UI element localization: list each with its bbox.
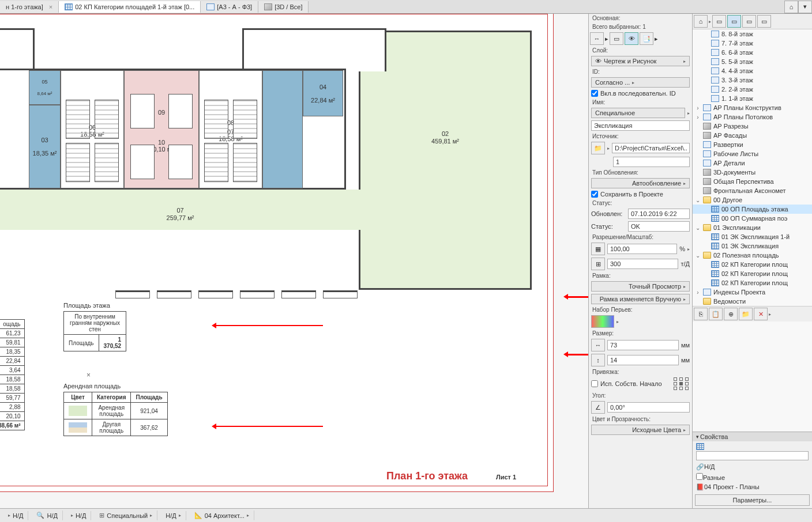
tree-item[interactable]: Рабочие Листы — [693, 149, 812, 158]
side-area-table: ощадь 61,23 59,81 18,35 22,84 3,64 18,58… — [0, 319, 25, 430]
frame-type-select[interactable]: Точный Просмотр▸ — [591, 281, 690, 292]
tab-floor1[interactable]: н 1-го этажа] — [0, 1, 59, 13]
tab-categories[interactable]: 02 КП Категории площадей 1-й этаж [0... — [59, 1, 201, 13]
tool-layers-icon[interactable]: 📑 — [640, 32, 653, 45]
tree-item[interactable]: АР Детали — [693, 158, 812, 168]
link-icon: 🔗 — [696, 463, 704, 470]
arrow-to-nav — [565, 354, 588, 355]
tree-item[interactable]: Фронтальная Аксономет — [693, 186, 812, 195]
sb-scale[interactable]: ▸Н/Д — [3, 511, 28, 520]
scale-icon[interactable]: ⊞ — [591, 258, 605, 270]
rent-area-table: ЦветКатегорияПлощадь Арендная площадь921… — [63, 392, 168, 436]
source-path-input[interactable] — [612, 143, 690, 153]
tree-schedule[interactable]: 02 КП Категории площ — [693, 278, 812, 288]
source-num-input[interactable] — [613, 157, 690, 167]
nav-project-icon[interactable]: ⌂ — [694, 15, 708, 28]
tree-floor[interactable]: 2. 2-й этаж — [693, 85, 812, 94]
tree-group[interactable]: ›АР Планы Потолков — [693, 112, 812, 122]
nav-delete-icon[interactable]: ✕ — [754, 308, 768, 320]
sb-arch[interactable]: 📐 04 Архитект...▸ — [190, 510, 254, 520]
nav-paste-icon[interactable]: 📋 — [709, 308, 723, 320]
res-icon[interactable]: ▦ — [591, 243, 605, 255]
tree-floor[interactable]: 5. 5-й этаж — [693, 57, 812, 66]
nav-newfolder-icon[interactable]: 📁 — [739, 308, 753, 320]
tree-schedule[interactable]: 01 ЭК Экспликация — [693, 241, 812, 251]
penset-button[interactable] — [591, 315, 614, 328]
frame-manual-select[interactable]: Рамка изменяется Вручную▸ — [591, 294, 690, 304]
arrow-to-nav — [565, 296, 588, 298]
nav-pub-icon[interactable]: ▭ — [757, 15, 771, 28]
tool-eye-icon[interactable]: 👁 — [625, 32, 638, 45]
nav-copy-icon[interactable]: ⎘ — [694, 308, 708, 320]
properties-header[interactable]: Свойства — [693, 432, 812, 441]
prop-select[interactable] — [696, 451, 809, 460]
name-input[interactable] — [591, 120, 690, 131]
nav-view-icon[interactable]: ▭ — [727, 15, 741, 28]
tab-3d[interactable]: [3D / Все] — [258, 1, 309, 13]
tree-item[interactable]: АР Разрезы — [693, 122, 812, 131]
color-select[interactable]: Исходные Цвета▸ — [591, 425, 690, 435]
tree-floor[interactable]: 1. 1-й этаж — [693, 94, 812, 103]
tab-layout[interactable]: [А3 - А - Ф3] — [201, 1, 258, 13]
arrow-indicator — [213, 325, 323, 326]
tree-item[interactable]: 3D-документы — [693, 168, 812, 177]
tab-home-icon[interactable]: ⌂ — [784, 1, 798, 13]
tree-schedule[interactable]: 01 ЭК Экспликация 1-й — [693, 232, 812, 241]
nav-book-icon[interactable]: ▭ — [742, 15, 756, 28]
tree-floor[interactable]: 7. 7-й этаж — [693, 39, 812, 48]
tree-folder[interactable]: ⌄00 Другое — [693, 195, 812, 205]
diff-checkbox[interactable] — [696, 473, 703, 480]
res-percent-input[interactable] — [607, 244, 677, 254]
layer-button[interactable]: 👁 Чертеж и Рисунок ▸ — [591, 56, 690, 66]
update-type-select[interactable]: Автообновление▸ — [591, 178, 690, 188]
sb-nd[interactable]: ▸Н/Д — [66, 511, 91, 520]
tab-dropdown[interactable]: ▾ — [798, 1, 812, 13]
tree-group[interactable]: ›АР Планы Конструктив — [693, 103, 812, 112]
drawing-canvas[interactable]: 02459,81 м² 0318,35 м² 058,64 м² 0618,58… — [0, 14, 588, 508]
updated-value — [628, 209, 690, 219]
sb-special[interactable]: ⊞ Специальный▸ — [95, 510, 157, 520]
tool-rect-icon[interactable]: ▭ — [610, 32, 623, 45]
floor-area-table: По внутренним гранням наружных стен Площ… — [63, 311, 126, 351]
anchor-grid[interactable] — [674, 377, 690, 390]
tree-folder[interactable]: ⌄01 Экспликации — [693, 223, 812, 232]
sb-zoom[interactable]: 🔍 Н/Д — [32, 510, 62, 520]
size-h-icon: ↕ — [591, 354, 605, 366]
tree-floor[interactable]: 4. 4-й этаж — [693, 66, 812, 75]
size-h-input[interactable] — [607, 355, 679, 365]
tree-floor[interactable]: 8. 8-й этаж — [693, 29, 812, 39]
anchor-checkbox[interactable] — [591, 380, 598, 387]
tree-item[interactable]: АР Фасады — [693, 131, 812, 140]
sb-nd2[interactable]: Н/Д▸ — [161, 511, 186, 520]
id-button[interactable]: Согласно ...▸ — [591, 77, 690, 88]
tree-folder[interactable]: ⌄02 Полезная площадь — [693, 251, 812, 260]
tree: 8. 8-й этаж 7. 7-й этаж 6. 6-й этаж 5. 5… — [693, 29, 812, 306]
tree-group[interactable]: ›Индексы Проекта — [693, 288, 812, 297]
close-icon[interactable]: × — [87, 371, 91, 379]
name-type-select[interactable]: Специальное — [591, 108, 685, 118]
grid-icon — [696, 443, 704, 450]
book-icon: 📕 — [696, 483, 704, 490]
tool-arrow-icon[interactable]: ↔ — [590, 32, 604, 45]
nav-new-icon[interactable]: ⊕ — [724, 308, 738, 320]
tree-item[interactable]: Ведомости — [693, 297, 812, 306]
tree-item[interactable]: Развертки — [693, 140, 812, 149]
tree-schedule[interactable]: 02 КП Категории площ — [693, 260, 812, 269]
save-project-checkbox[interactable] — [591, 191, 598, 198]
parameters-button[interactable]: Параметры... — [695, 494, 810, 506]
size-w-input[interactable] — [607, 340, 679, 350]
tree-floor[interactable]: 6. 6-й этаж — [693, 48, 812, 57]
tree-schedule[interactable]: 02 КП Категории площ — [693, 269, 812, 278]
tree-floor[interactable]: 3. 3-й этаж — [693, 75, 812, 85]
tree-item[interactable]: Общая Перспектива — [693, 177, 812, 186]
seq-id-checkbox[interactable] — [591, 90, 598, 97]
properties-panel: Свойства 🔗Н/Д Разные 📕04 Проект - Планы … — [692, 432, 812, 508]
main-label: Основная: — [589, 14, 692, 22]
source-browse-icon[interactable]: 📁 — [591, 142, 605, 154]
tree-schedule-selected[interactable]: 00 ОП Площадь этажа — [693, 205, 812, 214]
tree-schedule[interactable]: 00 ОП Суммарная поэ — [693, 214, 812, 223]
scale-input[interactable] — [607, 259, 678, 269]
nav-map-icon[interactable]: ▭ — [712, 15, 726, 28]
rent-area-block: Арендная площадь ЦветКатегорияПлощадь Ар… — [63, 383, 121, 392]
angle-input[interactable] — [607, 402, 690, 413]
